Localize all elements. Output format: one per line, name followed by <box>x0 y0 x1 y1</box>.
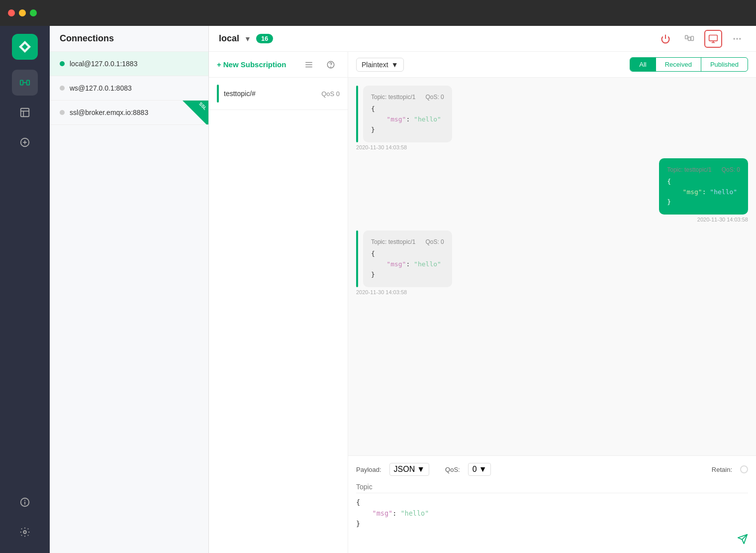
retain-label: Retain: <box>712 466 732 473</box>
format-select[interactable]: Plaintext ▼ <box>356 58 404 72</box>
compose-line1: { <box>356 497 748 508</box>
svg-point-21 <box>736 38 738 39</box>
monitor-button[interactable] <box>704 30 722 48</box>
tab-all[interactable]: All <box>630 58 655 71</box>
icon-sidebar <box>0 26 50 553</box>
qos-chevron-icon: ▼ <box>479 465 487 474</box>
message-topic-sent-1: Topic: testtopic/1 <box>667 165 711 175</box>
main-layout: Connections local@127.0.0.1:1883 ws@127.… <box>0 26 756 553</box>
svg-point-20 <box>734 38 735 39</box>
messages-toolbar: Plaintext ▼ All Received Published <box>348 52 756 78</box>
subscription-actions <box>300 56 340 74</box>
subscription-item-left: testtopic/# <box>217 85 256 103</box>
svg-rect-15 <box>688 37 691 40</box>
msg-sent-line2: "msg": "hello" <box>667 187 740 198</box>
more-options-button[interactable] <box>728 30 746 48</box>
qos-select[interactable]: 0 ▼ <box>468 463 491 476</box>
message-timestamp-sent-1: 2020-11-30 14:03:58 <box>659 217 748 222</box>
message-meta-sent-1: Topic: testtopic/1 QoS: 0 <box>667 165 740 175</box>
message-accent-bar-1 <box>356 86 358 142</box>
subscription-help-icon[interactable] <box>322 56 340 74</box>
sidebar-info-button[interactable] <box>12 489 38 515</box>
connection-item-ssl[interactable]: ssl@broker.emqx.io:8883 SSL <box>50 101 208 125</box>
svg-point-27 <box>331 67 331 67</box>
payload-format-chevron-icon: ▼ <box>417 465 425 474</box>
connection-status-dot-ssl <box>60 110 65 115</box>
new-subscription-button[interactable]: + New Subscription <box>217 60 286 69</box>
svg-point-22 <box>739 38 741 39</box>
subscription-color-dot <box>217 85 219 103</box>
tab-published[interactable]: Published <box>701 58 748 71</box>
topic-input[interactable] <box>356 481 748 493</box>
filter-tabs: All Received Published <box>630 57 748 72</box>
subscription-sidebar: + New Subscription <box>209 52 348 553</box>
payload-format-select[interactable]: JSON ▼ <box>389 463 430 476</box>
chevron-down-icon[interactable]: ▼ <box>244 35 251 43</box>
svg-point-11 <box>25 500 25 501</box>
message-bubble-received-2: Topic: testtopic/1 QoS: 0 { "msg": "hell… <box>363 230 452 287</box>
subscription-list-icon[interactable] <box>300 56 318 74</box>
tab-received[interactable]: Received <box>656 58 701 71</box>
compose-line2: "msg": "hello" <box>356 508 748 519</box>
new-sub-plus: + <box>217 60 221 69</box>
title-bar <box>0 0 756 26</box>
connection-status-dot-ws <box>60 86 65 91</box>
compose-body[interactable]: { "msg": "hello" } <box>356 497 748 530</box>
logo-icon <box>17 39 33 55</box>
send-button[interactable] <box>737 534 748 546</box>
connection-item-ws[interactable]: ws@127.0.0.1:8083 <box>50 76 208 101</box>
compose-line3: } <box>356 519 748 530</box>
svg-point-12 <box>23 531 26 534</box>
connections-panel: Connections local@127.0.0.1:1883 ws@127.… <box>50 26 209 553</box>
subscription-header: + New Subscription <box>209 52 348 78</box>
message-topic-2: Topic: testtopic/1 <box>371 237 415 247</box>
minimize-window-button[interactable] <box>19 9 26 16</box>
connection-label-ws: ws@127.0.0.1:8083 <box>70 84 132 92</box>
window-controls <box>8 9 37 16</box>
sidebar-add-button[interactable] <box>12 129 38 155</box>
message-count-badge: 16 <box>256 34 273 43</box>
sidebar-settings-button[interactable] <box>12 519 38 545</box>
message-meta-1: Topic: testtopic/1 QoS: 0 <box>371 93 444 102</box>
compose-area: Payload: JSON ▼ QoS: 0 ▼ <box>348 455 756 553</box>
power-button[interactable] <box>657 30 674 48</box>
retain-radio[interactable] <box>740 465 748 473</box>
svg-rect-0 <box>20 80 23 85</box>
svg-rect-17 <box>709 35 718 41</box>
subscription-topic: testtopic/# <box>224 90 256 98</box>
svg-rect-16 <box>691 36 693 40</box>
msg-line1-2: { <box>371 249 444 259</box>
compose-toolbar: Payload: JSON ▼ QoS: 0 ▼ <box>356 463 748 476</box>
top-bar: local ▼ 16 <box>209 26 756 52</box>
subscription-info: testtopic/# <box>224 90 256 98</box>
msg-sent-line1: { <box>667 177 740 187</box>
message-bubble-sent-1: Topic: testtopic/1 QoS: 0 { "msg": "hell… <box>659 158 748 215</box>
sidebar-connections-button[interactable] <box>12 70 38 96</box>
connection-item-local[interactable]: local@127.0.0.1:1883 <box>50 52 208 76</box>
network-button[interactable] <box>680 30 698 48</box>
subscription-item[interactable]: testtopic/# QoS 0 <box>209 78 348 110</box>
message-qos-2: QoS: 0 <box>425 237 444 247</box>
msg-line2-2: "msg": "hello" <box>371 259 444 270</box>
sidebar-layout-button[interactable] <box>12 100 38 125</box>
main-content: local ▼ 16 <box>209 26 756 553</box>
message-body-sent-1: { "msg": "hello" } <box>667 177 740 208</box>
maximize-window-button[interactable] <box>30 9 37 16</box>
message-received-2: Topic: testtopic/1 QoS: 0 { "msg": "hell… <box>356 230 452 295</box>
new-sub-label: New Subscription <box>223 60 286 69</box>
svg-rect-3 <box>21 109 29 117</box>
message-sent-1: Topic: testtopic/1 QoS: 0 { "msg": "hell… <box>659 158 748 223</box>
connection-label-local: local@127.0.0.1:1883 <box>70 60 137 68</box>
message-received-1: Topic: testtopic/1 QoS: 0 { "msg": "hell… <box>356 86 452 150</box>
msg-line2-1: "msg": "hello" <box>371 114 444 125</box>
msg-sent-line3: } <box>667 197 740 208</box>
app-logo <box>12 34 38 60</box>
message-body-1: { "msg": "hello" } <box>371 104 444 135</box>
top-bar-left: local ▼ 16 <box>219 33 273 44</box>
qos-label: QoS: <box>445 466 460 473</box>
msg-line1-1: { <box>371 104 444 114</box>
connection-label-ssl: ssl@broker.emqx.io:8883 <box>70 109 148 116</box>
messages-panel: Plaintext ▼ All Received Published <box>348 52 756 553</box>
close-window-button[interactable] <box>8 9 15 16</box>
message-qos-sent-1: QoS: 0 <box>722 165 740 175</box>
